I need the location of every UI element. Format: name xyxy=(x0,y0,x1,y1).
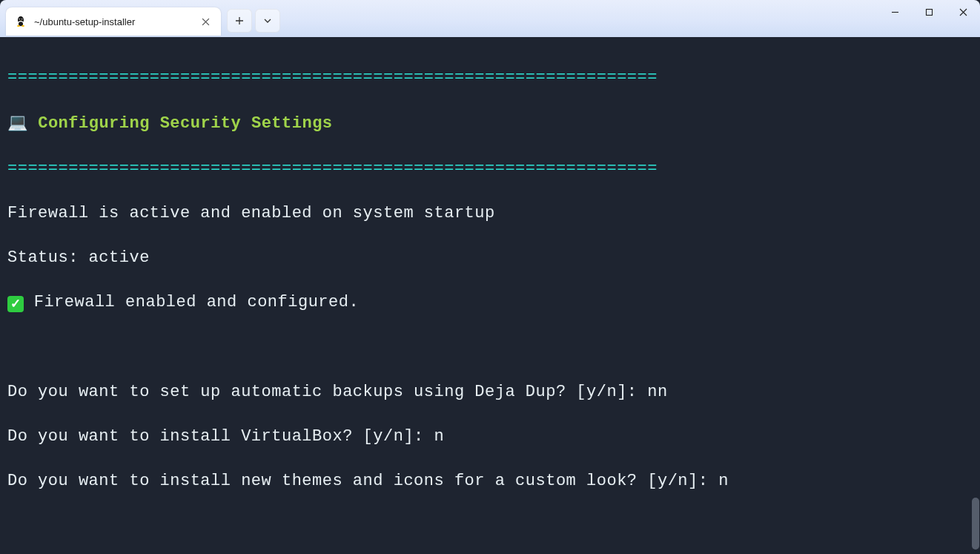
svg-point-8 xyxy=(21,25,24,27)
terminal-output[interactable]: ========================================… xyxy=(0,37,980,554)
scrollbar-thumb[interactable] xyxy=(972,498,979,550)
tab-title: ~/ubuntu-setup-installer xyxy=(34,16,197,27)
svg-point-5 xyxy=(19,19,20,20)
maximize-button[interactable] xyxy=(912,0,946,24)
scrollbar[interactable] xyxy=(971,37,980,554)
new-tab-button[interactable] xyxy=(227,9,252,33)
tab-dropdown-button[interactable] xyxy=(255,9,280,33)
output-line: Firewall is active and enabled on system… xyxy=(7,202,977,225)
close-button[interactable] xyxy=(946,0,980,24)
prompt-line: Do you want to install VirtualBox? [y/n]… xyxy=(7,426,977,448)
divider-line: ========================================… xyxy=(7,68,658,87)
tab-actions xyxy=(227,9,280,33)
svg-rect-9 xyxy=(926,9,932,15)
prompt-line: Do you want to install new themes and ic… xyxy=(7,470,977,492)
svg-point-6 xyxy=(21,19,22,20)
window-controls xyxy=(878,0,980,30)
prompt-line: Do you want to set up automatic backups … xyxy=(7,381,977,403)
output-line: Status: active xyxy=(7,247,977,269)
svg-point-7 xyxy=(17,25,20,27)
tab-close-button[interactable] xyxy=(197,13,213,30)
terminal-tab[interactable]: ~/ubuntu-setup-installer xyxy=(6,7,221,36)
blank-line xyxy=(7,337,977,359)
minimize-button[interactable] xyxy=(878,0,912,24)
laptop-icon: 💻 xyxy=(7,113,28,131)
check-icon: ✓ xyxy=(7,296,24,312)
divider-line: ========================================… xyxy=(7,159,658,178)
section-header: Configuring Security Settings xyxy=(28,114,333,133)
tux-icon xyxy=(15,16,27,27)
output-line: Firewall enabled and configured. xyxy=(24,293,359,311)
titlebar: ~/ubuntu-setup-installer xyxy=(0,0,980,37)
blank-line xyxy=(7,515,977,538)
